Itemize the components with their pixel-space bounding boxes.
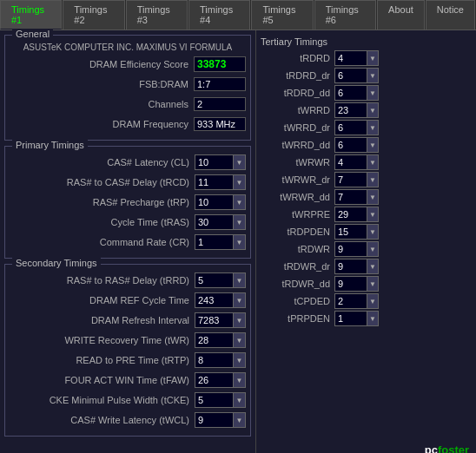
tertiary-input-1[interactable] bbox=[334, 68, 367, 83]
tab-timings-4[interactable]: Timings #4 bbox=[188, 0, 250, 30]
dram-freq-row: DRAM Frequency 933 MHz bbox=[10, 115, 246, 133]
secondary-input-5[interactable] bbox=[195, 372, 234, 388]
primary-input-group-4: ▼ bbox=[195, 234, 246, 250]
primary-dropdown-1[interactable]: ▼ bbox=[234, 174, 246, 190]
tertiary-input-15[interactable] bbox=[334, 311, 367, 326]
primary-dropdown-2[interactable]: ▼ bbox=[234, 194, 246, 210]
secondary-row-label-2: DRAM Refresh Interval bbox=[10, 315, 195, 325]
tertiary-input-group-2: ▼ bbox=[334, 85, 379, 101]
tertiary-input-group-10: ▼ bbox=[334, 224, 379, 240]
tertiary-dropdown-6[interactable]: ▼ bbox=[367, 154, 379, 170]
primary-row-2: RAS# Precharge (tRP) ▼ bbox=[10, 194, 246, 211]
secondary-dropdown-5[interactable]: ▼ bbox=[234, 372, 246, 388]
tab-timings-3[interactable]: Timings #3 bbox=[126, 0, 188, 30]
tab-timings-6[interactable]: Timings #6 bbox=[314, 0, 376, 30]
tertiary-input-9[interactable] bbox=[334, 207, 367, 222]
secondary-row-label-0: RAS# to RAS# Delay (tRRD) bbox=[10, 275, 195, 286]
primary-row-label-4: Command Rate (CR) bbox=[10, 237, 195, 247]
tertiary-input-group-1: ▼ bbox=[334, 68, 379, 83]
secondary-dropdown-3[interactable]: ▼ bbox=[234, 332, 246, 348]
primary-input-3[interactable] bbox=[195, 214, 234, 230]
secondary-dropdown-1[interactable]: ▼ bbox=[234, 292, 246, 308]
secondary-input-4[interactable] bbox=[195, 352, 234, 368]
tertiary-row-label-8: tWRWR_dd bbox=[261, 192, 334, 202]
fsb-dram-row: FSB:DRAM 1:7 bbox=[10, 76, 246, 93]
tertiary-input-13[interactable] bbox=[334, 276, 367, 292]
tab-about[interactable]: About bbox=[377, 0, 425, 30]
main-content: General ASUSTeK COMPUTER INC. MAXIMUS VI… bbox=[0, 30, 476, 453]
tab-timings-2[interactable]: Timings #2 bbox=[63, 0, 124, 30]
tertiary-row-label-5: tWRRD_dd bbox=[261, 140, 334, 150]
tab-notice[interactable]: Notice bbox=[426, 0, 475, 30]
secondary-row-label-5: FOUR ACT WIN Time (tFAW) bbox=[10, 375, 195, 385]
tertiary-input-4[interactable] bbox=[334, 120, 367, 135]
primary-input-2[interactable] bbox=[195, 194, 234, 210]
tertiary-input-6[interactable] bbox=[334, 154, 367, 170]
secondary-input-0[interactable] bbox=[195, 272, 234, 288]
secondary-dropdown-7[interactable]: ▼ bbox=[234, 412, 246, 428]
tertiary-input-group-0: ▼ bbox=[334, 50, 379, 66]
tertiary-input-8[interactable] bbox=[334, 189, 367, 205]
primary-dropdown-4[interactable]: ▼ bbox=[234, 234, 246, 250]
tertiary-row-10: tRDPDEN ▼ bbox=[261, 224, 472, 240]
secondary-dropdown-0[interactable]: ▼ bbox=[234, 272, 246, 288]
tertiary-dropdown-13[interactable]: ▼ bbox=[367, 276, 379, 292]
tertiary-dropdown-9[interactable]: ▼ bbox=[367, 207, 379, 222]
tertiary-input-12[interactable] bbox=[334, 259, 367, 274]
tertiary-input-11[interactable] bbox=[334, 241, 367, 257]
tertiary-dropdown-3[interactable]: ▼ bbox=[367, 102, 379, 118]
tertiary-timings-header: Tertiary Timings bbox=[261, 36, 472, 47]
pcfoster-brand: pcfoster bbox=[425, 443, 469, 453]
tertiary-input-14[interactable] bbox=[334, 293, 367, 309]
tertiary-dropdown-5[interactable]: ▼ bbox=[367, 137, 379, 153]
tertiary-input-3[interactable] bbox=[334, 102, 367, 118]
tertiary-dropdown-15[interactable]: ▼ bbox=[367, 311, 379, 326]
tertiary-dropdown-10[interactable]: ▼ bbox=[367, 224, 379, 240]
secondary-input-1[interactable] bbox=[195, 292, 234, 308]
tertiary-dropdown-1[interactable]: ▼ bbox=[367, 68, 379, 83]
tertiary-dropdown-4[interactable]: ▼ bbox=[367, 120, 379, 135]
secondary-input-7[interactable] bbox=[195, 412, 234, 428]
tertiary-row-5: tWRRD_dd ▼ bbox=[261, 137, 472, 153]
primary-dropdown-0[interactable]: ▼ bbox=[234, 154, 246, 170]
tab-timings-5[interactable]: Timings #5 bbox=[251, 0, 313, 30]
right-panel: Tertiary Timings tRDRD ▼ tRDRD_dr ▼ tRDR… bbox=[256, 30, 476, 453]
tertiary-dropdown-2[interactable]: ▼ bbox=[367, 85, 379, 101]
tertiary-input-10[interactable] bbox=[334, 224, 367, 240]
tertiary-row-4: tWRRD_dr ▼ bbox=[261, 120, 472, 135]
tertiary-dropdown-8[interactable]: ▼ bbox=[367, 189, 379, 205]
secondary-dropdown-6[interactable]: ▼ bbox=[234, 392, 246, 408]
secondary-row-6: CKE Minimul Pulse Width (tCKE) ▼ bbox=[10, 391, 246, 409]
secondary-input-6[interactable] bbox=[195, 392, 234, 408]
secondary-row-7: CAS# Write Latency (tWCL) ▼ bbox=[10, 411, 246, 429]
tertiary-row-0: tRDRD ▼ bbox=[261, 50, 472, 66]
tertiary-row-label-10: tRDPDEN bbox=[261, 226, 334, 237]
tertiary-input-7[interactable] bbox=[334, 172, 367, 187]
tertiary-dropdown-11[interactable]: ▼ bbox=[367, 241, 379, 257]
secondary-dropdown-4[interactable]: ▼ bbox=[234, 352, 246, 368]
primary-input-1[interactable] bbox=[195, 174, 234, 190]
secondary-timings-rows: RAS# to RAS# Delay (tRRD) ▼ DRAM REF Cyc… bbox=[10, 272, 246, 429]
tab-timings-1[interactable]: Timings #1 bbox=[0, 0, 62, 30]
secondary-row-5: FOUR ACT WIN Time (tFAW) ▼ bbox=[10, 371, 246, 389]
tertiary-input-5[interactable] bbox=[334, 137, 367, 153]
tertiary-input-group-15: ▼ bbox=[334, 311, 379, 326]
primary-dropdown-3[interactable]: ▼ bbox=[234, 214, 246, 230]
tertiary-input-2[interactable] bbox=[334, 85, 367, 101]
secondary-dropdown-2[interactable]: ▼ bbox=[234, 312, 246, 328]
secondary-row-2: DRAM Refresh Interval ▼ bbox=[10, 312, 246, 329]
tertiary-dropdown-12[interactable]: ▼ bbox=[367, 259, 379, 274]
secondary-row-label-4: READ to PRE Time (tRTP) bbox=[10, 355, 195, 365]
primary-input-4[interactable] bbox=[195, 234, 234, 250]
tertiary-row-label-12: tRDWR_dr bbox=[261, 261, 334, 272]
tertiary-dropdown-14[interactable]: ▼ bbox=[367, 293, 379, 309]
secondary-input-2[interactable] bbox=[195, 312, 234, 328]
tertiary-row-7: tWRWR_dr ▼ bbox=[261, 172, 472, 187]
tertiary-input-0[interactable] bbox=[334, 50, 367, 66]
tertiary-timings-rows: tRDRD ▼ tRDRD_dr ▼ tRDRD_dd ▼ tWRRD ▼ bbox=[261, 50, 472, 326]
dram-freq-label: DRAM Frequency bbox=[10, 119, 194, 129]
tertiary-dropdown-7[interactable]: ▼ bbox=[367, 172, 379, 187]
tertiary-dropdown-0[interactable]: ▼ bbox=[367, 50, 379, 66]
primary-input-0[interactable] bbox=[195, 154, 234, 170]
secondary-input-3[interactable] bbox=[195, 332, 234, 348]
